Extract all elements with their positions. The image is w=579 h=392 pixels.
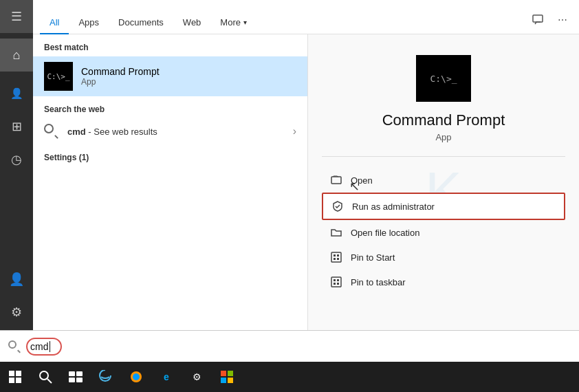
search-value-highlighted: cmd <box>26 338 62 356</box>
taskbar: e ⚙ <box>0 362 579 392</box>
pin-to-taskbar-label: Pin to taskbar <box>351 277 406 287</box>
tab-apps[interactable]: Apps <box>69 12 109 34</box>
sidebar-grid-icon[interactable]: ⊞ <box>0 110 33 143</box>
tab-all[interactable]: All <box>40 12 69 34</box>
sidebar: ☰ ⌂ 👤 ⊞ ◷ 👤 ⚙ ⏻ <box>0 0 33 362</box>
taskbar-edge-icon[interactable] <box>91 362 121 392</box>
nav-icons: ⋯ <box>528 10 572 34</box>
svg-rect-5 <box>334 258 336 260</box>
chevron-down-icon: ▾ <box>243 19 247 26</box>
right-panel: K C:\>_ Command Prompt App <box>308 34 579 362</box>
taskbar-firefox-icon[interactable] <box>121 362 151 392</box>
sidebar-clock-icon[interactable]: ◷ <box>0 143 33 176</box>
web-search-text: cmd - See web results <box>67 127 157 137</box>
actions-list: Open Run as administrator <box>322 168 565 294</box>
svg-point-23 <box>133 373 140 380</box>
svg-rect-19 <box>76 371 83 376</box>
main-content: Best match C:\>_ Command Prompt App Sear… <box>33 34 579 362</box>
cmd-icon: C:\>_ <box>44 62 73 91</box>
open-label: Open <box>351 175 373 186</box>
svg-rect-26 <box>221 378 226 383</box>
svg-rect-4 <box>337 254 339 257</box>
app-type: App <box>435 132 451 142</box>
sidebar-menu-icon[interactable]: ☰ <box>0 0 33 33</box>
sidebar-home-icon[interactable]: ⌂ <box>0 39 33 72</box>
open-file-location-label: Open file location <box>351 228 419 238</box>
settings-label: Settings (1) <box>33 144 307 166</box>
svg-rect-10 <box>334 283 336 285</box>
folder-icon <box>330 226 342 239</box>
search-panel: All Apps Documents Web More ▾ ⋯ <box>33 0 579 362</box>
search-web-label: Search the web <box>33 96 307 118</box>
app-name-large: Command Prompt <box>382 111 505 129</box>
app-icon-large: C:\>_ <box>416 55 471 102</box>
svg-rect-14 <box>9 378 14 383</box>
svg-rect-15 <box>16 378 21 383</box>
action-run-as-admin[interactable]: Run as administrator <box>322 193 565 220</box>
web-search-item[interactable]: cmd - See web results › <box>33 118 307 144</box>
svg-rect-27 <box>228 378 233 383</box>
taskbar-store-icon[interactable] <box>212 362 242 392</box>
svg-rect-1 <box>331 177 341 184</box>
svg-rect-9 <box>337 279 339 281</box>
svg-rect-2 <box>331 252 341 262</box>
tab-documents[interactable]: Documents <box>109 12 173 34</box>
taskbar-search-icon[interactable] <box>30 362 61 392</box>
result-subtitle: App <box>81 77 160 87</box>
divider <box>322 156 565 157</box>
result-title: Command Prompt <box>81 66 160 77</box>
sidebar-settings-icon[interactable]: ⚙ <box>0 296 33 329</box>
result-command-prompt[interactable]: C:\>_ Command Prompt App <box>33 56 307 96</box>
svg-rect-6 <box>337 258 339 260</box>
results-panel: Best match C:\>_ Command Prompt App Sear… <box>33 34 308 362</box>
svg-rect-8 <box>334 279 336 281</box>
svg-point-16 <box>40 371 48 380</box>
search-icon <box>44 124 59 139</box>
run-as-admin-label: Run as administrator <box>352 202 435 212</box>
pin-start-icon <box>330 251 342 263</box>
nav-tabs: All Apps Documents Web More ▾ ⋯ <box>33 0 579 34</box>
svg-rect-18 <box>69 371 75 376</box>
feedback-icon[interactable] <box>528 10 547 30</box>
taskbar-start-icon[interactable] <box>0 362 30 392</box>
pin-taskbar-icon <box>330 276 342 288</box>
svg-rect-24 <box>221 371 226 376</box>
more-options-icon[interactable]: ⋯ <box>553 10 572 30</box>
pin-to-start-label: Pin to Start <box>351 252 395 263</box>
svg-line-17 <box>47 379 52 383</box>
search-input-value: cmd <box>30 341 48 352</box>
taskbar-mail-icon[interactable]: e <box>151 362 182 392</box>
cursor-caret <box>50 341 50 352</box>
web-arrow-icon: › <box>293 125 296 138</box>
sidebar-account-icon[interactable]: 👤 <box>0 263 33 296</box>
shield-icon <box>331 200 344 213</box>
svg-rect-21 <box>76 378 83 382</box>
svg-rect-25 <box>228 371 233 376</box>
action-open[interactable]: Open <box>322 168 565 193</box>
action-open-file-location[interactable]: Open file location <box>322 220 565 245</box>
taskbar-taskview-icon[interactable] <box>61 362 91 392</box>
svg-rect-20 <box>69 378 75 382</box>
best-match-label: Best match <box>33 34 307 56</box>
svg-rect-0 <box>533 15 543 22</box>
sidebar-user-icon[interactable]: 👤 <box>0 77 33 110</box>
open-icon <box>330 174 342 186</box>
search-bar-icon <box>8 340 21 353</box>
tab-more[interactable]: More ▾ <box>210 12 256 34</box>
svg-rect-3 <box>334 254 336 257</box>
svg-rect-12 <box>9 371 14 376</box>
action-pin-to-taskbar[interactable]: Pin to taskbar <box>322 270 565 294</box>
svg-rect-7 <box>331 277 341 287</box>
tab-web[interactable]: Web <box>173 12 211 34</box>
app-preview: C:\>_ Command Prompt App <box>322 55 565 294</box>
search-bar: cmd <box>0 330 579 362</box>
taskbar-settings-icon[interactable]: ⚙ <box>182 362 212 392</box>
svg-rect-11 <box>337 283 339 285</box>
svg-rect-13 <box>16 371 21 376</box>
action-pin-to-start[interactable]: Pin to Start <box>322 245 565 270</box>
